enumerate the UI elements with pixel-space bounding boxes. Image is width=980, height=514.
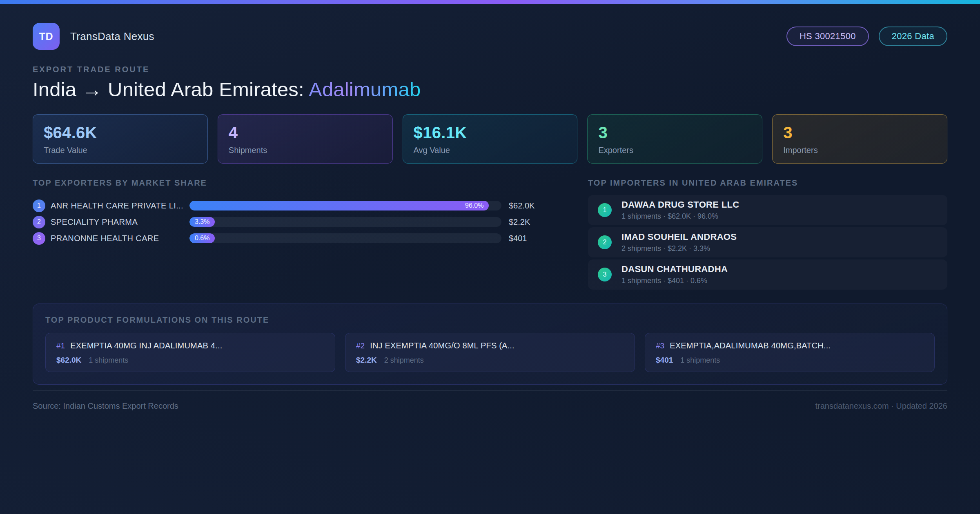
product-shipments: 2 shipments [384, 356, 424, 365]
exporters-section: TOP EXPORTERS BY MARKET SHARE 1 ANR HEAL… [33, 178, 552, 246]
product-value: $62.0K [56, 356, 81, 365]
market-share-bar-track: 3.3% [189, 217, 501, 227]
stat-value: 3 [783, 124, 936, 142]
product-name: EXEMPTIA,ADALIMUMAB 40MG,BATCH... [670, 341, 831, 350]
importers-section: TOP IMPORTERS IN UNITED ARAB EMIRATES 1 … [588, 178, 947, 290]
exporter-name: PRANONNE HEALTH CARE [51, 234, 189, 243]
products-section-title: TOP PRODUCT FORMULATIONS ON THIS ROUTE [45, 315, 935, 325]
product-shipments: 1 shipments [89, 356, 128, 365]
product-bottom: $62.0K 1 shipments [56, 356, 324, 365]
product-top: #1 EXEMPTIA 40MG INJ ADALIMUMAB 4... [56, 341, 324, 350]
importers-list: 1 DAWAA DRUG STORE LLC 1 shipments · $62… [588, 195, 947, 290]
products-panel: TOP PRODUCT FORMULATIONS ON THIS ROUTE #… [33, 304, 947, 385]
rank-badge: 1 [33, 199, 45, 212]
market-share-bar: 96.0% [189, 201, 489, 210]
product-card[interactable]: #1 EXEMPTIA 40MG INJ ADALIMUMAB 4... $62… [45, 333, 335, 372]
page-title: India → United Arab Emirates: Adalimumab [33, 78, 947, 101]
market-share-bar-track: 96.0% [189, 201, 501, 210]
footer: Source: Indian Customs Export Records tr… [33, 391, 947, 411]
exporter-name: SPECIALITY PHARMA [51, 217, 189, 227]
eyebrow-label: EXPORT TRADE ROUTE [33, 65, 947, 74]
products-grid: #1 EXEMPTIA 40MG INJ ADALIMUMAB 4... $62… [45, 333, 935, 372]
rank-badge: 1 [598, 203, 612, 217]
stat-card-trade-value: $64.6K Trade Value [33, 114, 208, 164]
stat-value: $16.1K [414, 124, 567, 142]
accent-topbar [0, 0, 980, 4]
product-rank: #3 [656, 341, 664, 350]
data-year-badge[interactable]: 2026 Data [879, 27, 947, 46]
app-logo: TD [33, 23, 60, 50]
rank-badge: 2 [598, 235, 612, 249]
main-columns: TOP EXPORTERS BY MARKET SHARE 1 ANR HEAL… [33, 178, 947, 290]
importer-info: DASUN CHATHURADHA 1 shipments · $401 · 0… [621, 264, 728, 285]
header: TD TransData Nexus HS 30021500 2026 Data [33, 23, 947, 50]
stat-label: Importers [783, 146, 936, 155]
app-name: TransData Nexus [70, 30, 154, 43]
stat-label: Shipments [229, 146, 382, 155]
rank-badge: 2 [33, 216, 45, 228]
product-top: #3 EXEMPTIA,ADALIMUMAB 40MG,BATCH... [656, 341, 924, 350]
market-share-bar: 3.3% [189, 217, 215, 227]
stat-value: 3 [598, 124, 751, 142]
stat-cards: $64.6K Trade Value 4 Shipments $16.1K Av… [33, 114, 947, 164]
stat-label: Exporters [598, 146, 751, 155]
stat-label: Trade Value [44, 146, 197, 155]
exporter-name: ANR HEALTH CARE PRIVATE LI... [51, 201, 189, 210]
product-value: $2.2K [356, 356, 377, 365]
stat-value: 4 [229, 124, 382, 142]
product-card[interactable]: #2 INJ EXEMPTIA 40MG/O 8ML PFS (A... $2.… [345, 333, 635, 372]
exporter-row[interactable]: 1 ANR HEALTH CARE PRIVATE LI... 96.0% $6… [33, 197, 552, 214]
rank-badge: 3 [33, 232, 45, 245]
exporter-value: $401 [501, 234, 552, 243]
product-name: EXEMPTIA 40MG INJ ADALIMUMAB 4... [70, 341, 222, 350]
page: TD TransData Nexus HS 30021500 2026 Data… [0, 23, 980, 411]
stat-value: $64.6K [44, 124, 197, 142]
product-value: $401 [656, 356, 673, 365]
brand: TD TransData Nexus [33, 23, 154, 50]
importers-section-title: TOP IMPORTERS IN UNITED ARAB EMIRATES [588, 178, 947, 188]
stat-label: Avg Value [414, 146, 567, 155]
product-shipments: 1 shipments [680, 356, 720, 365]
product-bottom: $2.2K 2 shipments [356, 356, 624, 365]
exporter-value: $2.2K [501, 217, 552, 227]
rank-badge: 3 [598, 268, 612, 281]
product-rank: #2 [356, 341, 365, 350]
exporter-value: $62.0K [501, 201, 552, 210]
importer-card[interactable]: 3 DASUN CHATHURADHA 1 shipments · $401 ·… [588, 259, 947, 290]
importer-name: DAWAA DRUG STORE LLC [621, 199, 739, 210]
title-route: India → United Arab Emirates: [33, 78, 309, 100]
importer-card[interactable]: 2 IMAD SOUHEIL ANDRAOS 2 shipments · $2.… [588, 227, 947, 257]
importer-meta: 1 shipments · $62.0K · 96.0% [621, 212, 739, 221]
product-rank: #1 [56, 341, 65, 350]
exporters-section-title: TOP EXPORTERS BY MARKET SHARE [33, 178, 552, 188]
exporters-list: 1 ANR HEALTH CARE PRIVATE LI... 96.0% $6… [33, 197, 552, 246]
stat-card-exporters: 3 Exporters [587, 114, 762, 164]
importer-info: DAWAA DRUG STORE LLC 1 shipments · $62.0… [621, 199, 739, 221]
title-product: Adalimumab [309, 78, 421, 100]
importer-name: DASUN CHATHURADHA [621, 264, 728, 275]
footer-site-text: transdatanexus.com · Updated 2026 [815, 401, 947, 411]
exporter-row[interactable]: 2 SPECIALITY PHARMA 3.3% $2.2K [33, 214, 552, 230]
importer-meta: 1 shipments · $401 · 0.6% [621, 277, 728, 285]
market-share-bar-track: 0.6% [189, 233, 501, 243]
hs-code-badge[interactable]: HS 30021500 [786, 27, 869, 46]
header-badges: HS 30021500 2026 Data [786, 27, 947, 46]
product-name: INJ EXEMPTIA 40MG/O 8ML PFS (A... [370, 341, 514, 350]
importer-name: IMAD SOUHEIL ANDRAOS [621, 232, 737, 242]
product-card[interactable]: #3 EXEMPTIA,ADALIMUMAB 40MG,BATCH... $40… [645, 333, 935, 372]
product-bottom: $401 1 shipments [656, 356, 924, 365]
product-top: #2 INJ EXEMPTIA 40MG/O 8ML PFS (A... [356, 341, 624, 350]
stat-card-importers: 3 Importers [772, 114, 947, 164]
importer-info: IMAD SOUHEIL ANDRAOS 2 shipments · $2.2K… [621, 232, 737, 253]
stat-card-avg-value: $16.1K Avg Value [403, 114, 578, 164]
stat-card-shipments: 4 Shipments [218, 114, 393, 164]
importer-card[interactable]: 1 DAWAA DRUG STORE LLC 1 shipments · $62… [588, 195, 947, 225]
footer-source-text: Source: Indian Customs Export Records [33, 401, 178, 411]
exporter-row[interactable]: 3 PRANONNE HEALTH CARE 0.6% $401 [33, 230, 552, 246]
market-share-bar: 0.6% [189, 233, 215, 243]
importer-meta: 2 shipments · $2.2K · 3.3% [621, 244, 737, 253]
